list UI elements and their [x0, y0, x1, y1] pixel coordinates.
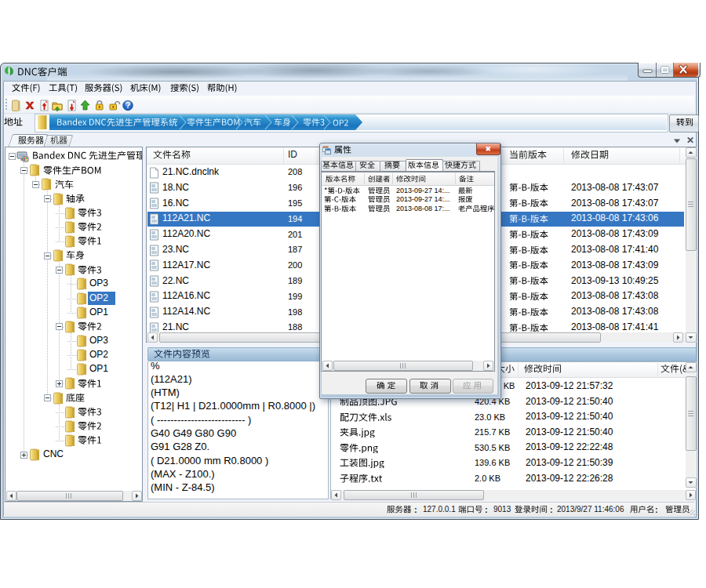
svg-text:?: ? [126, 101, 130, 110]
